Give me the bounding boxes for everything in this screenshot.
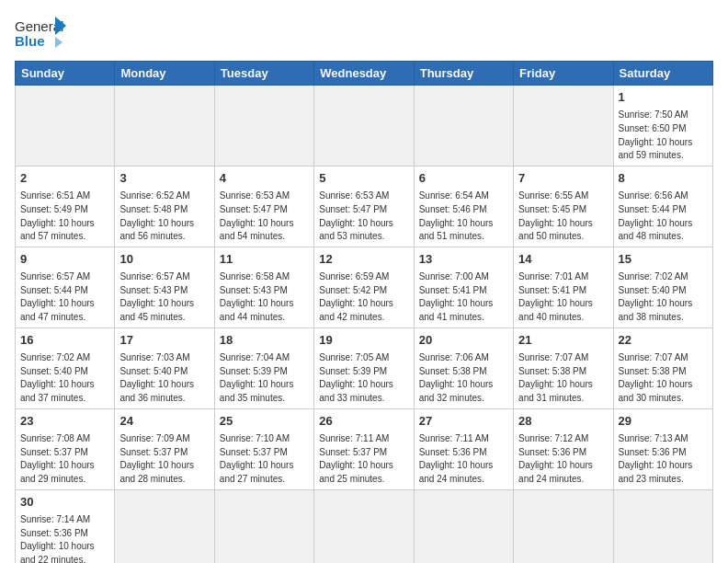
- calendar-cell: 5Sunrise: 6:53 AM Sunset: 5:47 PM Daylig…: [314, 166, 414, 247]
- calendar-cell: 7Sunrise: 6:55 AM Sunset: 5:45 PM Daylig…: [514, 166, 613, 247]
- calendar-cell: 17Sunrise: 7:03 AM Sunset: 5:40 PM Dayli…: [115, 327, 214, 408]
- calendar-cell: 3Sunrise: 6:52 AM Sunset: 5:48 PM Daylig…: [115, 166, 214, 247]
- day-number: 24: [119, 413, 209, 430]
- day-info: Sunrise: 7:04 AM Sunset: 5:39 PM Dayligh…: [220, 352, 294, 403]
- calendar-cell: 20Sunrise: 7:06 AM Sunset: 5:38 PM Dayli…: [414, 327, 513, 408]
- calendar-cell: [314, 489, 414, 563]
- day-number: 4: [220, 170, 309, 187]
- day-info: Sunrise: 6:53 AM Sunset: 5:47 PM Dayligh…: [220, 190, 294, 241]
- day-number: 5: [319, 170, 408, 187]
- calendar-cell: 9Sunrise: 6:57 AM Sunset: 5:44 PM Daylig…: [16, 247, 115, 327]
- day-number: 16: [20, 332, 109, 349]
- calendar-cell: 18Sunrise: 7:04 AM Sunset: 5:39 PM Dayli…: [214, 327, 313, 408]
- calendar-cell: 12Sunrise: 6:59 AM Sunset: 5:42 PM Dayli…: [314, 247, 414, 327]
- calendar-cell: 11Sunrise: 6:58 AM Sunset: 5:43 PM Dayli…: [214, 247, 313, 327]
- calendar-cell: 21Sunrise: 7:07 AM Sunset: 5:38 PM Dayli…: [514, 327, 613, 408]
- day-info: Sunrise: 7:13 AM Sunset: 5:36 PM Dayligh…: [619, 433, 693, 484]
- calendar-cell: 19Sunrise: 7:05 AM Sunset: 5:39 PM Dayli…: [314, 327, 414, 408]
- day-info: Sunrise: 7:12 AM Sunset: 5:36 PM Dayligh…: [518, 433, 593, 484]
- day-number: 21: [518, 332, 608, 349]
- day-of-week-header: Thursday: [414, 62, 513, 86]
- day-info: Sunrise: 6:57 AM Sunset: 5:43 PM Dayligh…: [119, 271, 194, 322]
- day-of-week-header: Friday: [514, 62, 613, 86]
- day-number: 23: [20, 413, 109, 430]
- calendar-cell: [214, 86, 313, 167]
- day-info: Sunrise: 6:56 AM Sunset: 5:44 PM Dayligh…: [619, 190, 693, 241]
- day-number: 17: [119, 332, 209, 349]
- calendar-cell: 1Sunrise: 7:50 AM Sunset: 6:50 PM Daylig…: [613, 86, 712, 167]
- calendar-cell: [514, 489, 613, 563]
- day-info: Sunrise: 7:02 AM Sunset: 5:40 PM Dayligh…: [619, 271, 693, 322]
- calendar-cell: [16, 86, 115, 167]
- calendar-cell: 22Sunrise: 7:07 AM Sunset: 5:38 PM Dayli…: [613, 327, 712, 408]
- day-of-week-header: Saturday: [613, 62, 712, 86]
- calendar-cell: [613, 489, 712, 563]
- day-number: 14: [518, 251, 608, 268]
- calendar-cell: [115, 489, 214, 563]
- page-header: GeneralBlue: [15, 15, 713, 52]
- day-info: Sunrise: 7:02 AM Sunset: 5:40 PM Dayligh…: [20, 352, 95, 403]
- day-of-week-header: Wednesday: [314, 62, 414, 86]
- day-of-week-header: Monday: [115, 62, 214, 86]
- day-info: Sunrise: 7:03 AM Sunset: 5:40 PM Dayligh…: [119, 352, 194, 403]
- day-info: Sunrise: 7:11 AM Sunset: 5:36 PM Dayligh…: [419, 433, 494, 484]
- logo-icon: GeneralBlue: [15, 15, 70, 52]
- day-number: 15: [619, 251, 708, 268]
- day-of-week-header: Sunday: [16, 62, 115, 86]
- day-info: Sunrise: 7:01 AM Sunset: 5:41 PM Dayligh…: [518, 271, 593, 322]
- day-number: 26: [319, 413, 408, 430]
- svg-text:Blue: Blue: [15, 33, 45, 49]
- day-number: 12: [319, 251, 408, 268]
- day-info: Sunrise: 7:05 AM Sunset: 5:39 PM Dayligh…: [319, 352, 393, 403]
- calendar-cell: 4Sunrise: 6:53 AM Sunset: 5:47 PM Daylig…: [214, 166, 313, 247]
- day-info: Sunrise: 6:51 AM Sunset: 5:49 PM Dayligh…: [20, 190, 95, 241]
- calendar-cell: 8Sunrise: 6:56 AM Sunset: 5:44 PM Daylig…: [613, 166, 712, 247]
- day-info: Sunrise: 7:00 AM Sunset: 5:41 PM Dayligh…: [419, 271, 494, 322]
- calendar-cell: [414, 86, 513, 167]
- day-number: 11: [220, 251, 309, 268]
- day-number: 9: [20, 251, 109, 268]
- day-info: Sunrise: 7:11 AM Sunset: 5:37 PM Dayligh…: [319, 433, 393, 484]
- calendar-cell: 30Sunrise: 7:14 AM Sunset: 5:36 PM Dayli…: [16, 489, 115, 563]
- day-info: Sunrise: 6:58 AM Sunset: 5:43 PM Dayligh…: [220, 271, 294, 322]
- calendar-cell: 2Sunrise: 6:51 AM Sunset: 5:49 PM Daylig…: [16, 166, 115, 247]
- day-number: 10: [119, 251, 209, 268]
- calendar-cell: [214, 489, 313, 563]
- calendar-cell: 27Sunrise: 7:11 AM Sunset: 5:36 PM Dayli…: [414, 408, 513, 489]
- day-number: 8: [619, 170, 708, 187]
- day-number: 20: [419, 332, 508, 349]
- day-number: 25: [220, 413, 309, 430]
- calendar-cell: 26Sunrise: 7:11 AM Sunset: 5:37 PM Dayli…: [314, 408, 414, 489]
- day-info: Sunrise: 6:57 AM Sunset: 5:44 PM Dayligh…: [20, 271, 95, 322]
- calendar-cell: 6Sunrise: 6:54 AM Sunset: 5:46 PM Daylig…: [414, 166, 513, 247]
- day-number: 13: [419, 251, 508, 268]
- day-number: 27: [419, 413, 508, 430]
- day-of-week-header: Tuesday: [214, 62, 313, 86]
- calendar-cell: [314, 86, 414, 167]
- calendar-cell: 13Sunrise: 7:00 AM Sunset: 5:41 PM Dayli…: [414, 247, 513, 327]
- day-number: 28: [518, 413, 608, 430]
- day-info: Sunrise: 6:59 AM Sunset: 5:42 PM Dayligh…: [319, 271, 393, 322]
- calendar-table: SundayMondayTuesdayWednesdayThursdayFrid…: [15, 61, 713, 563]
- svg-marker-3: [55, 37, 63, 48]
- day-info: Sunrise: 6:52 AM Sunset: 5:48 PM Dayligh…: [119, 190, 194, 241]
- calendar-cell: 28Sunrise: 7:12 AM Sunset: 5:36 PM Dayli…: [514, 408, 613, 489]
- day-info: Sunrise: 7:07 AM Sunset: 5:38 PM Dayligh…: [619, 352, 693, 403]
- calendar-cell: 10Sunrise: 6:57 AM Sunset: 5:43 PM Dayli…: [115, 247, 214, 327]
- day-number: 1: [619, 89, 708, 106]
- day-number: 7: [518, 170, 608, 187]
- calendar-cell: 16Sunrise: 7:02 AM Sunset: 5:40 PM Dayli…: [16, 327, 115, 408]
- day-number: 19: [319, 332, 408, 349]
- day-number: 30: [20, 494, 109, 511]
- day-info: Sunrise: 7:50 AM Sunset: 6:50 PM Dayligh…: [619, 109, 693, 160]
- day-info: Sunrise: 7:14 AM Sunset: 5:36 PM Dayligh…: [20, 514, 95, 563]
- calendar-cell: [514, 86, 613, 167]
- day-info: Sunrise: 6:54 AM Sunset: 5:46 PM Dayligh…: [419, 190, 494, 241]
- calendar-header-row: SundayMondayTuesdayWednesdayThursdayFrid…: [16, 62, 713, 86]
- day-info: Sunrise: 6:53 AM Sunset: 5:47 PM Dayligh…: [319, 190, 393, 241]
- day-number: 3: [119, 170, 209, 187]
- day-info: Sunrise: 6:55 AM Sunset: 5:45 PM Dayligh…: [518, 190, 593, 241]
- calendar-cell: 29Sunrise: 7:13 AM Sunset: 5:36 PM Dayli…: [613, 408, 712, 489]
- day-number: 22: [619, 332, 708, 349]
- calendar-cell: 25Sunrise: 7:10 AM Sunset: 5:37 PM Dayli…: [214, 408, 313, 489]
